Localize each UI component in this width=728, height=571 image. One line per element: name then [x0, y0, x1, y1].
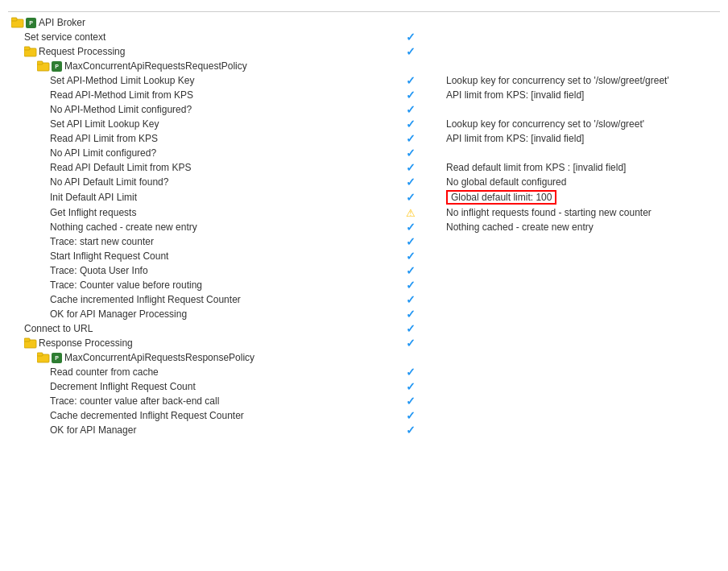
- filter-cell: Set service context: [8, 31, 378, 43]
- check-icon: ✓: [406, 45, 416, 58]
- status-cell: ✓: [378, 293, 443, 306]
- row-label: Request Processing: [39, 46, 125, 57]
- check-icon: ✓: [406, 89, 416, 101]
- check-icon: ✓: [406, 132, 416, 145]
- table-row: Read counter from cache✓: [8, 365, 720, 379]
- row-label: Read API Limit from KPS: [50, 133, 158, 144]
- svg-rect-5: [37, 61, 43, 64]
- row-label: API Broker: [39, 17, 85, 28]
- table-row: PAPI Broker: [8, 15, 720, 30]
- table-row: Get Inflight requests⚠No inflight reques…: [8, 205, 720, 220]
- table-row: Nothing cached - create new entry✓Nothin…: [8, 220, 720, 234]
- status-cell: ✓: [378, 176, 443, 188]
- check-icon: ✓: [406, 308, 416, 321]
- filter-cell: Read API Limit from KPS: [8, 133, 378, 144]
- table-row: Decrement Inflight Request Count✓: [8, 379, 720, 394]
- status-cell: ✓: [378, 132, 443, 145]
- tree-body: PAPI BrokerSet service context✓ Request …: [8, 15, 720, 437]
- table-row: Set service context✓: [8, 30, 720, 44]
- status-cell: ✓: [378, 308, 443, 321]
- message-text: Read default limit from KPS : [invalid f…: [446, 162, 626, 173]
- filter-cell: Trace: Quota User Info: [8, 265, 378, 276]
- check-icon: ✓: [406, 279, 416, 292]
- filter-cell: No API-Method Limit configured?: [8, 104, 378, 115]
- folder-icon: [37, 352, 50, 363]
- message-text: API limit from KPS: [invalid field]: [446, 89, 584, 101]
- table-row: Start Inflight Request Count✓: [8, 249, 720, 263]
- check-icon: ✓: [406, 366, 416, 379]
- check-icon: ✓: [406, 264, 416, 277]
- message-text: Lookup key for concurrency set to '/slow…: [446, 75, 669, 86]
- row-label: No API Limit configured?: [50, 147, 156, 159]
- filter-cell: Nothing cached - create new entry: [8, 221, 378, 233]
- main-container: PAPI BrokerSet service context✓ Request …: [0, 0, 728, 445]
- table-row: OK for API Manager✓: [8, 423, 720, 437]
- row-label: Read counter from cache: [50, 366, 159, 378]
- table-row: Connect to URL✓: [8, 321, 720, 336]
- status-cell: ✓: [378, 31, 443, 43]
- status-cell: ✓: [378, 366, 443, 379]
- folder-icon: [24, 46, 37, 57]
- filter-cell: No API Limit configured?: [8, 147, 378, 159]
- message-cell: Lookup key for concurrency set to '/slow…: [443, 118, 720, 130]
- check-icon: ✓: [406, 250, 416, 263]
- status-cell: ✓: [378, 74, 443, 87]
- row-label: Cache incremented Inflight Request Count…: [50, 294, 241, 305]
- table-row: No API Limit configured?✓: [8, 146, 720, 160]
- filter-cell: OK for API Manager: [8, 424, 378, 436]
- table-row: OK for API Manager Processing✓: [8, 307, 720, 321]
- row-label: Decrement Inflight Request Count: [50, 381, 196, 392]
- row-label: Start Inflight Request Count: [50, 250, 168, 262]
- status-cell: ✓: [378, 118, 443, 130]
- status-cell: ✓: [378, 409, 443, 422]
- status-cell: ✓: [378, 161, 443, 174]
- row-label: Read API-Method Limit from KPS: [50, 89, 193, 101]
- filter-cell: No API Default Limit found?: [8, 176, 378, 188]
- check-icon: ✓: [406, 322, 416, 335]
- status-cell: ✓: [378, 45, 443, 58]
- status-cell: ✓: [378, 147, 443, 159]
- svg-rect-7: [24, 338, 30, 341]
- filter-cell: OK for API Manager Processing: [8, 308, 378, 320]
- status-cell: ✓: [378, 235, 443, 248]
- table-row: Trace: counter value after back-end call…: [8, 394, 720, 408]
- message-text: No global default configured: [446, 176, 566, 188]
- row-label: Trace: counter value after back-end call: [50, 395, 219, 407]
- row-label: Read API Default Limit from KPS: [50, 162, 191, 173]
- policy-icon: P: [52, 353, 62, 363]
- message-cell: Global default limit: 100: [443, 190, 720, 205]
- filter-cell: Response Processing: [8, 337, 378, 349]
- message-cell: Read default limit from KPS : [invalid f…: [443, 162, 720, 173]
- check-icon: ✓: [406, 31, 416, 43]
- status-cell: ✓: [378, 89, 443, 101]
- filter-cell: PMaxConcurrentApiRequestsResponsePolicy: [8, 352, 378, 363]
- status-cell: ✓: [378, 250, 443, 263]
- status-cell: ✓: [378, 191, 443, 204]
- check-icon: ✓: [406, 293, 416, 306]
- folder-icon: [37, 60, 50, 72]
- check-icon: ✓: [406, 118, 416, 130]
- message-text: Nothing cached - create new entry: [446, 221, 594, 233]
- folder-icon: [24, 337, 37, 349]
- row-label: OK for API Manager: [50, 424, 136, 436]
- table-row: Request Processing✓: [8, 44, 720, 59]
- policy-icon: P: [52, 61, 62, 72]
- row-label: Set API-Method Limit Lookup Key: [50, 75, 194, 86]
- svg-rect-3: [24, 47, 30, 50]
- check-icon: ✓: [406, 191, 416, 204]
- table-row: No API-Method Limit configured?✓: [8, 102, 720, 117]
- check-icon: ✓: [406, 409, 416, 422]
- message-cell: API limit from KPS: [invalid field]: [443, 89, 720, 101]
- message-cell: No inflight requests found - starting ne…: [443, 207, 720, 218]
- status-cell: ✓: [378, 380, 443, 393]
- warn-icon: ⚠: [406, 207, 416, 219]
- message-text: No inflight requests found - starting ne…: [446, 207, 651, 218]
- filter-cell: PAPI Broker: [8, 17, 378, 28]
- table-row: Trace: Counter value before routing✓: [8, 278, 720, 292]
- message-cell: Lookup key for concurrency set to '/slow…: [443, 75, 720, 86]
- filter-cell: Cache decremented Inflight Request Count…: [8, 410, 378, 421]
- row-label: No API-Method Limit configured?: [50, 104, 192, 115]
- highlight-message: Global default limit: 100: [446, 190, 556, 205]
- table-row: Trace: Quota User Info✓: [8, 263, 720, 278]
- check-icon: ✓: [406, 235, 416, 248]
